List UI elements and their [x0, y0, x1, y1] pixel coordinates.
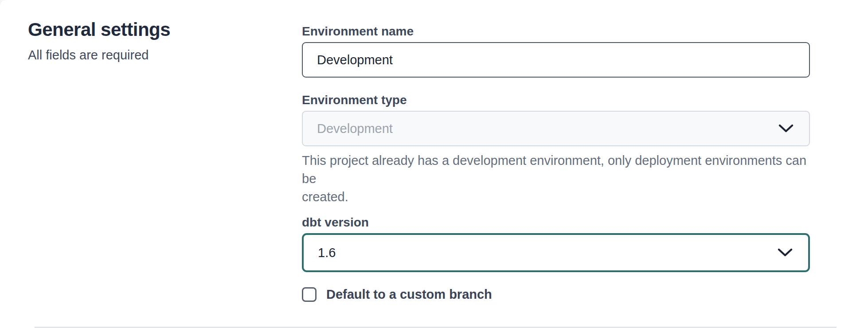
settings-form: Environment name Environment type Develo…: [302, 0, 810, 328]
section-intro: General settings All fields are required: [0, 0, 302, 328]
chevron-down-icon: [777, 248, 793, 258]
environment-type-group: Environment type Development This projec…: [302, 92, 810, 206]
page-title: General settings: [28, 20, 302, 40]
environment-type-value: Development: [317, 121, 393, 136]
custom-branch-row: Default to a custom branch: [302, 287, 810, 302]
environment-name-input[interactable]: [302, 42, 810, 78]
custom-branch-label[interactable]: Default to a custom branch: [326, 287, 492, 302]
dbt-version-value: 1.6: [318, 246, 336, 260]
general-settings-card: General settings All fields are required…: [0, 0, 868, 328]
dbt-version-label: dbt version: [302, 214, 810, 231]
dbt-version-group: dbt version 1.6: [302, 214, 810, 272]
section-subtitle: All fields are required: [28, 47, 302, 63]
environment-name-group: Environment name: [302, 23, 810, 78]
dbt-version-select[interactable]: 1.6: [302, 233, 810, 272]
custom-branch-checkbox[interactable]: [302, 287, 317, 302]
environment-type-select[interactable]: Development: [302, 111, 810, 146]
environment-type-label: Environment type: [302, 92, 810, 109]
environment-name-label: Environment name: [302, 23, 810, 40]
environment-type-helper: This project already has a development e…: [302, 152, 810, 206]
helper-line: created.: [302, 188, 810, 206]
chevron-down-icon: [778, 124, 794, 133]
helper-line: This project already has a development e…: [302, 152, 810, 188]
